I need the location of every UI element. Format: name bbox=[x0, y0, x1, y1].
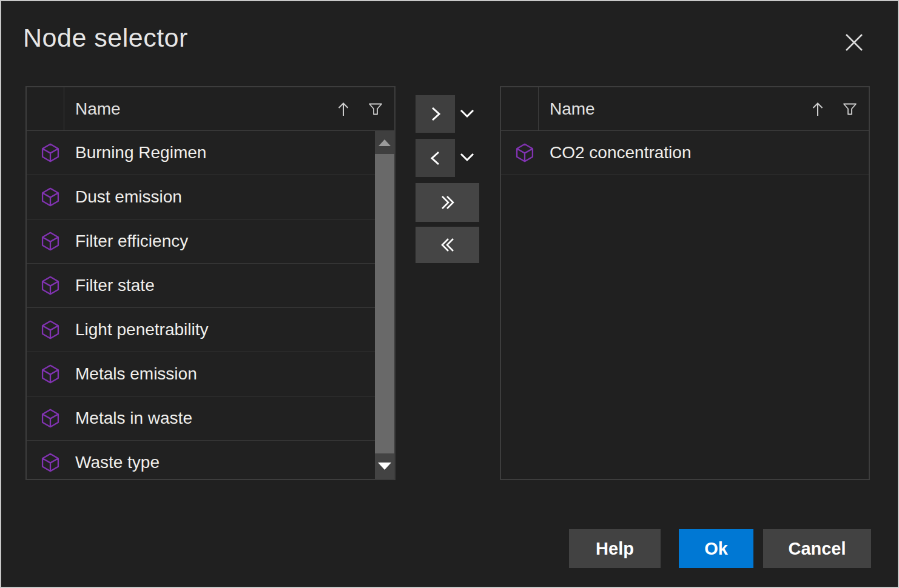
list-item-waste-type[interactable]: Waste type bbox=[27, 441, 375, 479]
move-all-right-button[interactable] bbox=[416, 183, 479, 222]
scroll-up-button[interactable] bbox=[375, 131, 394, 154]
icon-column-header bbox=[27, 87, 64, 130]
move-left-button[interactable] bbox=[416, 139, 455, 177]
close-button[interactable] bbox=[840, 28, 869, 57]
move-right-options-dropdown[interactable] bbox=[456, 103, 478, 125]
list-item-filter-state[interactable]: Filter state bbox=[27, 264, 375, 308]
list-item-metals-emission[interactable]: Metals emission bbox=[27, 352, 375, 396]
chevron-left-icon bbox=[426, 148, 445, 169]
node-cube-icon bbox=[41, 409, 59, 428]
node-cube-icon bbox=[41, 143, 59, 162]
scrollbar-thumb[interactable] bbox=[375, 154, 394, 455]
scroll-down-button[interactable] bbox=[375, 453, 394, 479]
list-item-co2-concentration[interactable]: CO2 concentration bbox=[501, 131, 869, 175]
move-left-options-dropdown[interactable] bbox=[456, 147, 478, 169]
help-button[interactable]: Help bbox=[569, 529, 661, 568]
node-cube-icon bbox=[41, 320, 59, 339]
list-item-label: Filter efficiency bbox=[75, 232, 188, 251]
scrollbar[interactable] bbox=[375, 131, 394, 479]
available-nodes-panel: Name Burning Regimen D bbox=[25, 86, 396, 480]
double-chevron-right-icon bbox=[437, 192, 459, 213]
list-item-label: Burning Regimen bbox=[75, 143, 206, 162]
sort-ascending-icon[interactable] bbox=[336, 101, 351, 118]
chevron-down-icon bbox=[457, 152, 477, 164]
page-title: Node selector bbox=[23, 23, 188, 53]
list-item-dust-emission[interactable]: Dust emission bbox=[27, 175, 375, 219]
double-chevron-left-icon bbox=[437, 235, 459, 255]
list-item-label: CO2 concentration bbox=[550, 143, 691, 162]
selected-table-header: Name bbox=[501, 87, 869, 131]
list-item-filter-efficiency[interactable]: Filter efficiency bbox=[27, 219, 375, 264]
list-item-label: Light penetrability bbox=[75, 320, 208, 339]
node-cube-icon bbox=[41, 276, 59, 295]
column-header-name[interactable]: Name bbox=[64, 87, 336, 130]
list-item-label: Dust emission bbox=[75, 187, 182, 207]
node-cube-icon bbox=[41, 453, 59, 472]
cancel-button[interactable]: Cancel bbox=[763, 529, 871, 568]
triangle-down-icon bbox=[378, 463, 391, 470]
available-list: Burning Regimen Dust emission Filter eff… bbox=[27, 131, 375, 479]
node-cube-icon bbox=[41, 364, 59, 384]
list-item-label: Filter state bbox=[75, 276, 155, 295]
node-cube-icon bbox=[41, 232, 59, 251]
sort-ascending-icon[interactable] bbox=[810, 101, 825, 118]
ok-button[interactable]: Ok bbox=[679, 529, 753, 568]
node-selector-dialog: Node selector Name Burni bbox=[0, 0, 899, 588]
list-item-light-penetrability[interactable]: Light penetrability bbox=[27, 308, 375, 352]
triangle-up-icon bbox=[379, 139, 391, 146]
list-item-metals-in-waste[interactable]: Metals in waste bbox=[27, 396, 375, 441]
move-all-left-button[interactable] bbox=[416, 227, 479, 263]
selected-list: CO2 concentration bbox=[501, 131, 869, 479]
chevron-down-icon bbox=[457, 108, 477, 120]
available-table-header: Name bbox=[27, 87, 394, 131]
node-cube-icon bbox=[516, 143, 534, 162]
list-item-burning-regimen[interactable]: Burning Regimen bbox=[27, 131, 375, 175]
chevron-right-icon bbox=[426, 104, 445, 124]
column-header-name[interactable]: Name bbox=[539, 87, 810, 130]
close-icon bbox=[844, 33, 864, 52]
list-item-label: Metals emission bbox=[75, 364, 197, 384]
list-item-label: Waste type bbox=[75, 453, 160, 472]
list-item-label: Metals in waste bbox=[75, 409, 192, 428]
node-cube-icon bbox=[41, 187, 59, 207]
filter-icon[interactable] bbox=[842, 101, 858, 117]
selected-nodes-panel: Name CO2 concentration bbox=[500, 86, 870, 480]
move-right-button[interactable] bbox=[416, 95, 455, 133]
filter-icon[interactable] bbox=[368, 101, 383, 117]
icon-column-header bbox=[501, 87, 539, 130]
